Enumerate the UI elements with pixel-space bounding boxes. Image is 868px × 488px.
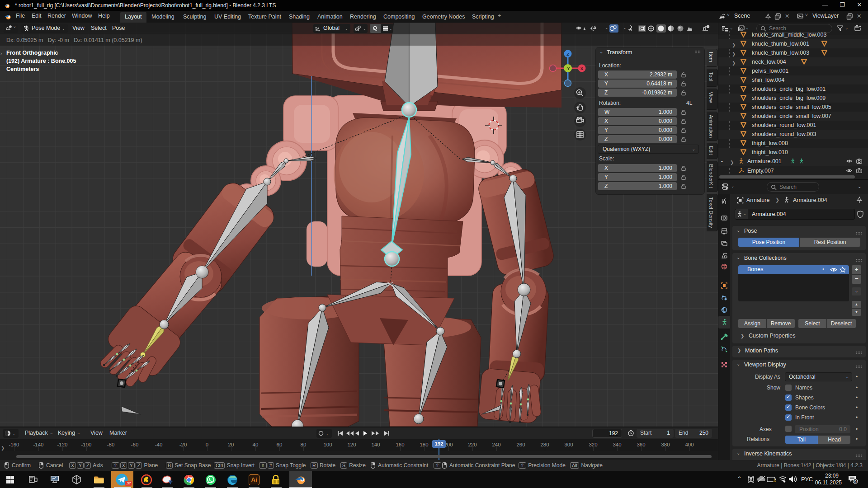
svg-text:›: › [0,51,2,56]
svg-text:X: X [580,66,584,71]
svg-text:(192) Armature : Bone.005: (192) Armature : Bone.005 [6,58,76,64]
svg-text:9: 9 [854,479,856,484]
svg-text:Front Orthographic: Front Orthographic [6,50,58,56]
svg-text:-Y: -Y [566,66,570,71]
svg-text:Z: Z [566,52,569,56]
svg-text:Centimeters: Centimeters [6,66,39,72]
